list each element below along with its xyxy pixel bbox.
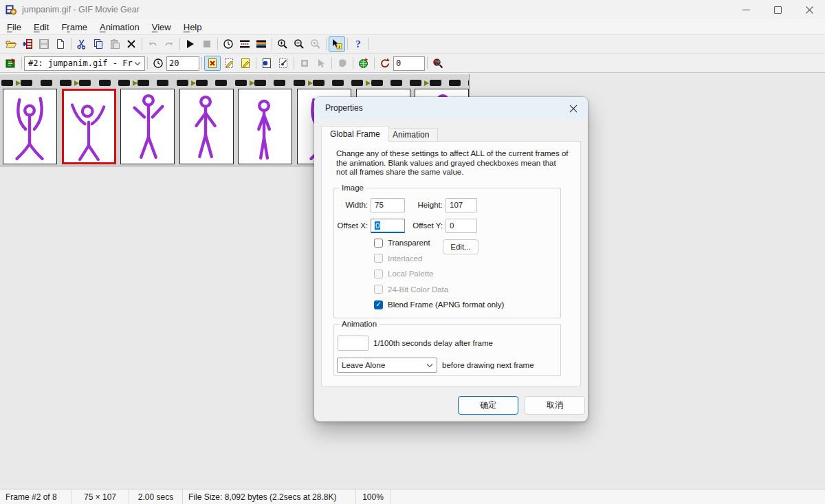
toolbar-separator bbox=[201, 57, 202, 69]
play-marker-icon bbox=[133, 80, 138, 86]
frame-thumbnail-3[interactable] bbox=[120, 89, 175, 164]
open-button[interactable] bbox=[3, 36, 19, 52]
sprocket-hole bbox=[390, 80, 402, 86]
zoom-actual-button bbox=[307, 36, 324, 52]
paste-button bbox=[107, 36, 123, 52]
frame-thumbnail-5[interactable] bbox=[238, 89, 292, 164]
height-field[interactable]: 107 bbox=[446, 198, 477, 212]
window-controls bbox=[730, 0, 825, 19]
sprocket-hole bbox=[235, 80, 247, 86]
tab-global-frame[interactable]: Global Frame bbox=[321, 126, 389, 142]
set-transparent-color-icon bbox=[261, 58, 272, 69]
frame-delay-input[interactable] bbox=[166, 56, 199, 71]
offset-x-field[interactable]: 0 bbox=[371, 219, 405, 233]
edit-button[interactable]: Edit... bbox=[443, 239, 478, 254]
reduce-colors-icon bbox=[239, 39, 250, 50]
color-palette-button[interactable] bbox=[253, 36, 270, 52]
insert-frames-button[interactable] bbox=[19, 36, 36, 52]
copy-icon bbox=[93, 39, 104, 50]
rotate-angle-input[interactable] bbox=[393, 56, 425, 71]
zoom-in-button[interactable] bbox=[274, 36, 291, 52]
checkbox-interlaced: Interlaced bbox=[374, 254, 504, 263]
cut-button[interactable] bbox=[74, 36, 90, 52]
menu-view[interactable]: View bbox=[146, 20, 177, 34]
dialog-description: Change any of these settings to affect A… bbox=[336, 149, 569, 177]
maximize-icon[interactable] bbox=[762, 0, 793, 19]
view-colors-button[interactable] bbox=[430, 56, 446, 71]
frame-thumbnail-4[interactable] bbox=[179, 89, 234, 164]
delay-clock-button[interactable] bbox=[150, 56, 166, 71]
play-icon bbox=[185, 39, 196, 50]
frame-thumbnail-2[interactable] bbox=[62, 89, 116, 164]
transparency-off-button[interactable] bbox=[204, 56, 221, 71]
offset-x-label: Offset X: bbox=[334, 221, 368, 230]
tab-animation[interactable]: Animation bbox=[384, 128, 438, 142]
status-filler bbox=[390, 490, 825, 504]
stop-icon bbox=[201, 39, 212, 50]
checkbox-box[interactable]: ✓ bbox=[374, 300, 383, 309]
reduce-colors-button[interactable] bbox=[236, 36, 253, 52]
tab-page-global-frame: Change any of these settings to affect A… bbox=[321, 141, 581, 386]
sprocket-hole bbox=[332, 80, 344, 86]
checkbox-blend-frame-apng-format-only[interactable]: ✓Blend Frame (APNG format only) bbox=[374, 300, 504, 309]
zoom-actual-icon bbox=[310, 39, 321, 50]
timing-icon bbox=[223, 39, 234, 50]
offset-y-field[interactable]: 0 bbox=[446, 219, 477, 233]
disposal-dropdown[interactable]: Leave Alone bbox=[337, 358, 437, 373]
help-icon: ? bbox=[353, 39, 364, 50]
menu-help[interactable]: Help bbox=[177, 20, 208, 34]
toolbar-separator bbox=[374, 57, 375, 69]
pick-color-button[interactable] bbox=[275, 56, 292, 71]
app-window: jumpanim.gif - GIF Movie Gear FileEditFr… bbox=[0, 0, 825, 504]
delete-icon bbox=[126, 39, 137, 50]
stop-button bbox=[199, 36, 215, 52]
menu-frame[interactable]: Frame bbox=[55, 20, 94, 34]
checkbox-box[interactable] bbox=[374, 239, 383, 248]
sprocket-hole bbox=[196, 80, 208, 86]
animation-group-label: Animation bbox=[340, 320, 379, 328]
status-segment-3: 2.00 secs bbox=[129, 490, 183, 504]
help-button[interactable]: ? bbox=[350, 36, 366, 52]
play-marker-icon bbox=[16, 80, 21, 86]
delay-input[interactable] bbox=[338, 336, 368, 351]
palette-view-button[interactable] bbox=[355, 56, 372, 71]
toolbar-separator bbox=[256, 57, 256, 69]
sprocket-hole bbox=[294, 80, 305, 86]
rotate-button[interactable] bbox=[377, 56, 393, 71]
crop-button bbox=[296, 56, 313, 71]
select-tool-button bbox=[313, 56, 329, 71]
sprocket-hole bbox=[21, 80, 32, 86]
menu-edit[interactable]: Edit bbox=[28, 20, 55, 34]
delete-button[interactable] bbox=[123, 36, 140, 52]
frame-info-button[interactable]: i bbox=[329, 36, 345, 52]
menu-file[interactable]: File bbox=[1, 20, 28, 34]
sprocket-hole bbox=[118, 80, 130, 86]
width-label: Width: bbox=[334, 201, 368, 209]
transparency-edit-button[interactable] bbox=[221, 56, 237, 71]
timing-button[interactable] bbox=[220, 36, 236, 52]
checkbox-transparent[interactable]: Transparent bbox=[374, 238, 504, 248]
close-icon[interactable] bbox=[793, 0, 825, 19]
insert-frames-icon bbox=[22, 39, 33, 50]
ok-button[interactable]: 确定 bbox=[458, 396, 518, 415]
copy-button[interactable] bbox=[90, 36, 107, 52]
dialog-close-icon[interactable] bbox=[568, 103, 579, 114]
minimize-icon[interactable] bbox=[730, 0, 762, 19]
zoom-out-button[interactable] bbox=[291, 36, 307, 52]
play-button[interactable] bbox=[182, 36, 199, 52]
new-button[interactable] bbox=[52, 36, 69, 52]
frame-selector[interactable]: #2: jumpanim.gif - Fr bbox=[24, 56, 145, 71]
chevron-down-icon bbox=[426, 363, 433, 368]
edit-frame-button[interactable] bbox=[237, 56, 254, 71]
cancel-button[interactable]: 取消 bbox=[525, 396, 585, 415]
width-field[interactable]: 75 bbox=[371, 198, 405, 212]
freehand-icon bbox=[337, 58, 348, 69]
frame-properties-button[interactable] bbox=[3, 56, 19, 71]
dialog-title-bar[interactable]: Properties bbox=[314, 97, 588, 119]
frame-thumbnail-1[interactable] bbox=[3, 89, 57, 164]
zoom-in-icon bbox=[277, 39, 288, 50]
menu-animation[interactable]: Animation bbox=[94, 20, 146, 34]
set-transparent-color-button[interactable] bbox=[258, 56, 275, 71]
toolbar-separator bbox=[217, 38, 218, 50]
sprocket-hole bbox=[41, 80, 52, 86]
